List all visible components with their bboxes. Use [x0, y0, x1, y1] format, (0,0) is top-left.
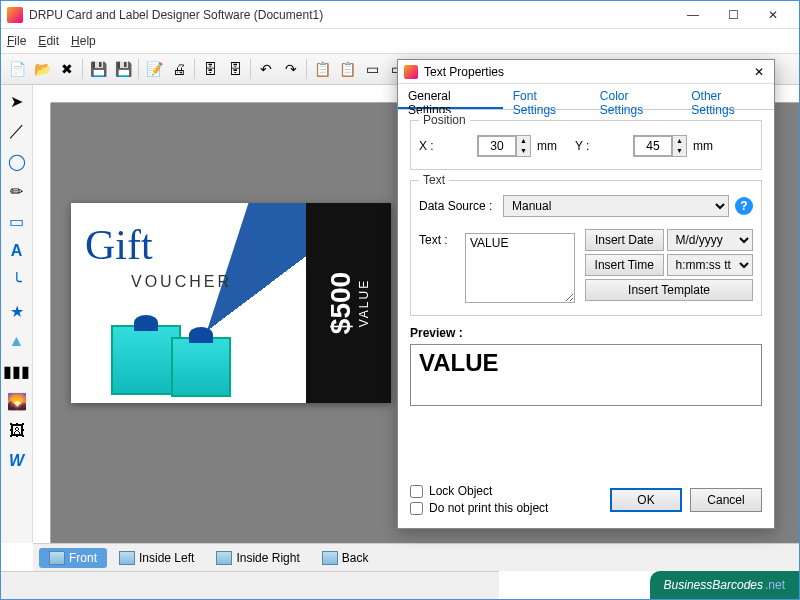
status-bar — [1, 571, 499, 599]
gift-text: Gift — [85, 221, 153, 269]
wordart-tool-icon[interactable]: W — [5, 449, 29, 473]
text-properties-dialog: Text Properties ✕ General Settings Font … — [397, 59, 775, 529]
saveas-icon[interactable]: 💾 — [111, 57, 135, 81]
insert-template-button[interactable]: Insert Template — [585, 279, 753, 301]
db-icon[interactable]: 🗄 — [198, 57, 222, 81]
db2-icon[interactable]: 🗄 — [223, 57, 247, 81]
undo-icon[interactable]: ↶ — [254, 57, 278, 81]
value-amount: $500 — [325, 272, 357, 334]
edit-icon[interactable]: 📝 — [142, 57, 166, 81]
lock-object-label: Lock Object — [429, 484, 492, 498]
tab-font-settings[interactable]: Font Settings — [503, 84, 590, 109]
menubar: File Edit Help — [1, 29, 799, 53]
minimize-button[interactable]: — — [673, 4, 713, 26]
preview-text: VALUE — [419, 349, 753, 377]
text-label: Text : — [419, 233, 459, 247]
position-legend: Position — [419, 113, 470, 127]
page-icon — [216, 551, 232, 565]
voucher-text: VOUCHER — [131, 273, 232, 291]
card-design[interactable]: Gift VOUCHER $500 VALUE — [71, 203, 391, 403]
select-tool-icon[interactable]: ➤ — [5, 89, 29, 113]
new-icon[interactable]: 📄 — [5, 57, 29, 81]
ellipse-tool-icon[interactable]: ◯ — [5, 149, 29, 173]
dialog-titlebar: Text Properties ✕ — [398, 60, 774, 84]
help-icon[interactable]: ? — [735, 197, 753, 215]
open-icon[interactable]: 📂 — [30, 57, 54, 81]
copy-icon[interactable]: 📋 — [310, 57, 334, 81]
preview-box: VALUE — [410, 344, 762, 406]
library-tool-icon[interactable]: 🖼 — [5, 419, 29, 443]
save-icon[interactable]: 💾 — [86, 57, 110, 81]
ok-button[interactable]: OK — [610, 488, 682, 512]
branding: BusinessBarcodes.net — [650, 571, 799, 599]
ruler-vertical — [33, 103, 51, 543]
tab-general-settings[interactable]: General Settings — [398, 84, 503, 109]
dialog-footer: Lock Object Do not print this object OK … — [410, 481, 762, 518]
redo-icon[interactable]: ↷ — [279, 57, 303, 81]
arc-tool-icon[interactable]: ╰ — [5, 269, 29, 293]
menu-edit[interactable]: Edit — [38, 34, 59, 48]
x-label: X : — [419, 139, 471, 153]
dialog-title: Text Properties — [424, 65, 750, 79]
y-input[interactable]: ▲▼ — [633, 135, 687, 157]
page-tabs: Front Inside Left Inside Right Back — [33, 543, 799, 571]
x-input[interactable]: ▲▼ — [477, 135, 531, 157]
tab-front[interactable]: Front — [39, 548, 107, 568]
insert-date-button[interactable]: Insert Date — [585, 229, 664, 251]
print-icon[interactable]: 🖨 — [167, 57, 191, 81]
image-tool-icon[interactable]: 🌄 — [5, 389, 29, 413]
y-field[interactable] — [634, 136, 672, 156]
page-icon — [322, 551, 338, 565]
close-button[interactable]: ✕ — [753, 4, 793, 26]
value-label: VALUE — [357, 272, 371, 334]
tab-inside-left[interactable]: Inside Left — [109, 548, 204, 568]
tab-inside-right[interactable]: Inside Right — [206, 548, 309, 568]
date-format-select[interactable]: M/d/yyyy — [667, 229, 754, 251]
lock-object-checkbox[interactable] — [410, 485, 423, 498]
x-field[interactable] — [478, 136, 516, 156]
preview-label: Preview : — [410, 326, 762, 340]
align1-icon[interactable]: ▭ — [360, 57, 384, 81]
menu-help[interactable]: Help — [71, 34, 96, 48]
barcode-tool-icon[interactable]: ▮▮▮ — [5, 359, 29, 383]
x-up-icon[interactable]: ▲ — [516, 136, 530, 146]
no-print-label: Do not print this object — [429, 501, 548, 515]
dialog-close-button[interactable]: ✕ — [750, 65, 768, 79]
close-doc-icon[interactable]: ✖ — [55, 57, 79, 81]
x-down-icon[interactable]: ▼ — [516, 146, 530, 156]
x-unit: mm — [537, 139, 557, 153]
triangle-tool-icon[interactable]: ▲ — [5, 329, 29, 353]
no-print-checkbox[interactable] — [410, 502, 423, 515]
menu-file[interactable]: File — [7, 34, 26, 48]
page-icon — [119, 551, 135, 565]
dialog-icon — [404, 65, 418, 79]
tab-other-settings[interactable]: Other Settings — [681, 84, 774, 109]
tab-inside-left-label: Inside Left — [139, 551, 194, 565]
card-front: Gift VOUCHER — [71, 203, 306, 403]
page-icon — [49, 551, 65, 565]
tab-inside-right-label: Inside Right — [236, 551, 299, 565]
insert-time-button[interactable]: Insert Time — [585, 254, 664, 276]
rect-tool-icon[interactable]: ▭ — [5, 209, 29, 233]
data-source-select[interactable]: Manual — [503, 195, 729, 217]
text-field[interactable]: VALUE — [465, 233, 575, 303]
cancel-button[interactable]: Cancel — [690, 488, 762, 512]
y-unit: mm — [693, 139, 713, 153]
window-title: DRPU Card and Label Designer Software (D… — [29, 8, 673, 22]
brand-name: BusinessBarcodes — [664, 578, 763, 592]
time-format-select[interactable]: h:mm:ss tt — [667, 254, 754, 276]
star-tool-icon[interactable]: ★ — [5, 299, 29, 323]
text-tool-icon[interactable]: A — [5, 239, 29, 263]
brand-tld: .net — [765, 578, 785, 592]
paste-icon[interactable]: 📋 — [335, 57, 359, 81]
y-down-icon[interactable]: ▼ — [672, 146, 686, 156]
pencil-tool-icon[interactable]: ✏ — [5, 179, 29, 203]
tab-back-label: Back — [342, 551, 369, 565]
maximize-button[interactable]: ☐ — [713, 4, 753, 26]
text-group: Text Data Source : Manual ? Text : VALUE… — [410, 180, 762, 316]
y-up-icon[interactable]: ▲ — [672, 136, 686, 146]
line-tool-icon[interactable]: ／ — [5, 119, 29, 143]
tab-color-settings[interactable]: Color Settings — [590, 84, 681, 109]
tab-back[interactable]: Back — [312, 548, 379, 568]
tool-palette: ➤ ／ ◯ ✏ ▭ A ╰ ★ ▲ ▮▮▮ 🌄 🖼 W — [1, 85, 33, 543]
